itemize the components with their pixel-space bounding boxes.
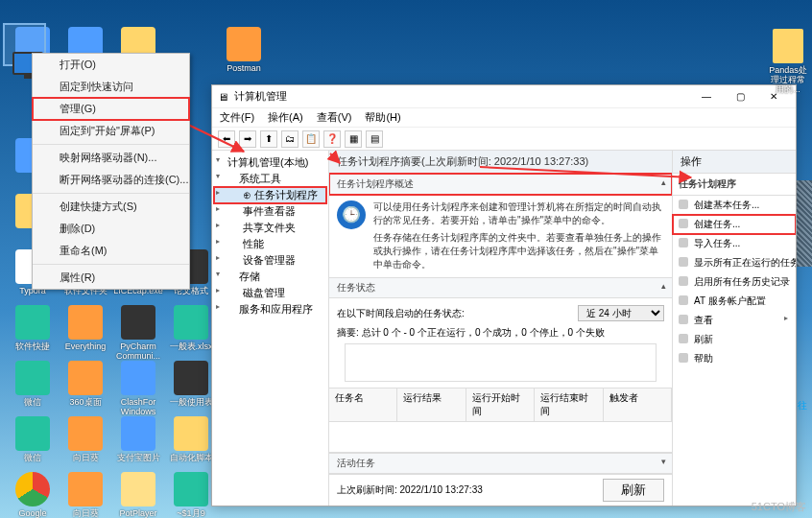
action-item[interactable]: 导入任务... [673, 234, 796, 253]
summary-text: 摘要: 总计 0 个 - 0 个正在运行，0 个成功，0 个停止，0 个失败 [337, 324, 664, 341]
tree-device-manager[interactable]: 设备管理器 [214, 252, 326, 269]
column-header[interactable]: 运行结果 [397, 388, 466, 421]
action-item[interactable]: 刷新 [673, 330, 796, 349]
overview-title: 任务计划程序概述 [337, 178, 414, 189]
menu-item[interactable]: 帮助(H) [365, 110, 400, 125]
desktop-icon[interactable]: 软件快捷 [8, 305, 58, 351]
app-icon [15, 305, 50, 340]
desktop-icon-label: 一般使用表 [170, 397, 213, 407]
task-table-body [329, 422, 672, 453]
column-header[interactable]: 触发者 [604, 388, 672, 421]
desktop-icon[interactable]: 支付宝图片 [113, 416, 163, 462]
context-menu-item[interactable]: 创建快捷方式(S) [33, 196, 189, 218]
desktop-icon-label: Google Chrome [17, 508, 48, 518]
toolbar-button[interactable]: ⬆ [260, 130, 277, 148]
context-menu-item[interactable]: 固定到"开始"屏幕(P) [33, 120, 189, 142]
collapse-icon[interactable]: ▴ [661, 177, 666, 187]
desktop-icon[interactable]: 微信 [8, 416, 58, 462]
app-icon [227, 27, 261, 61]
period-select[interactable]: 近 24 小时 [578, 305, 664, 321]
context-menu-item[interactable]: 重命名(M) [33, 240, 189, 262]
tree-task-scheduler[interactable]: ⊕ 任务计划程序 [214, 187, 326, 203]
tree-services[interactable]: 服务和应用程序 [214, 301, 326, 318]
tree-event-viewer[interactable]: 事件查看器 [214, 203, 326, 220]
column-header[interactable]: 运行结束时间 [535, 388, 603, 421]
folder-icon [773, 29, 803, 63]
action-item[interactable]: 启用所有任务历史记录 [673, 272, 796, 292]
minimize-button[interactable]: — [690, 86, 723, 107]
menu-item[interactable]: 查看(V) [317, 110, 352, 125]
toolbar-button[interactable]: ➡ [239, 130, 256, 148]
desktop-icon[interactable]: 360桌面 [60, 361, 110, 407]
toolbar-button[interactable]: ❓ [323, 130, 341, 148]
action-item[interactable]: 查看▸ [673, 311, 796, 330]
tree-storage[interactable]: 存储 [214, 269, 326, 285]
desktop-icon-label: 向日葵 [73, 508, 99, 518]
action-item[interactable]: AT 服务帐户配置 [673, 292, 796, 311]
app-icon [68, 305, 103, 340]
desktop-icon[interactable]: Everything [60, 305, 110, 351]
desktop-icon[interactable]: 一般使用表 [166, 361, 216, 407]
desktop-icon[interactable]: 一般表.xlsx [166, 305, 216, 351]
context-menu-item[interactable]: 固定到快速访问 [33, 76, 189, 98]
tree-disk-mgmt[interactable]: 磁盘管理 [214, 285, 326, 301]
desktop-icon[interactable]: PyCharm Communi... [113, 305, 163, 361]
context-menu-item[interactable]: 打开(O) [33, 54, 189, 76]
menu-item[interactable]: 操作(A) [268, 110, 303, 125]
desktop-file-pandas[interactable]: Pandas处理过程常用的... [769, 29, 807, 94]
collapse-icon[interactable]: ▴ [661, 281, 666, 291]
desktop-icon[interactable]: ClashFor Windows [113, 361, 163, 416]
context-menu-item[interactable]: 映射网络驱动器(N)... [33, 147, 189, 169]
desktop-icon[interactable]: 自动化脚本 [166, 416, 216, 462]
computer-management-window: 🖥 计算机管理 — ▢ ✕ 文件(F)操作(A)查看(V)帮助(H) ⬅➡⬆🗂📋… [211, 84, 797, 506]
desktop-icon[interactable]: Postman [219, 27, 269, 73]
desktop-icon-label: Postman [227, 63, 261, 73]
tree-pane: 计算机管理(本地) 系统工具 ⊕ 任务计划程序 事件查看器 共享文件夹 性能 设… [212, 151, 329, 506]
titlebar[interactable]: 🖥 计算机管理 — ▢ ✕ [212, 85, 796, 108]
tree-system-tools[interactable]: 系统工具 [214, 171, 326, 187]
tree-shared-folders[interactable]: 共享文件夹 [214, 220, 326, 236]
action-item[interactable]: 显示所有正在运行的任务 [673, 253, 796, 272]
column-header[interactable]: 任务名 [329, 388, 397, 421]
context-menu-item[interactable]: 管理(G) [33, 98, 189, 120]
center-header: 任务计划程序摘要(上次刷新时间: 2022/1/10 13:27:33) [329, 151, 672, 174]
task-table-header: 任务名运行结果运行开始时间运行结束时间触发者 [329, 388, 672, 422]
maximize-button[interactable]: ▢ [724, 86, 756, 107]
toolbar-button[interactable]: ▦ [345, 130, 362, 148]
tree-performance[interactable]: 性能 [214, 236, 326, 252]
desktop-icon-label: ~$1月9日.xlsx [177, 508, 204, 518]
column-header[interactable]: 运行开始时间 [466, 388, 535, 421]
app-icon [15, 472, 50, 506]
side-link[interactable]: 往 [798, 399, 807, 412]
context-menu-item[interactable]: 属性(R) [33, 267, 189, 289]
active-tasks-header[interactable]: 活动任务 ▾ [329, 453, 672, 474]
overview-header[interactable]: 任务计划程序概述 ▴ [329, 174, 672, 195]
desktop-icon[interactable]: PotPlayer 64... [113, 472, 163, 518]
app-icon [68, 361, 103, 395]
desktop-icon[interactable]: 向日葵 [60, 472, 110, 518]
desktop-icon[interactable]: Google Chrome [8, 472, 58, 518]
desktop-icon-label: PyCharm Communi... [116, 341, 160, 361]
toolbar-button[interactable]: ▤ [366, 130, 383, 148]
action-item[interactable]: 创建基本任务... [673, 196, 796, 215]
desktop-icon[interactable]: 向日葵 [60, 416, 110, 462]
task-status-header[interactable]: 任务状态 ▴ [329, 277, 672, 298]
toolbar-button[interactable]: 📋 [302, 130, 320, 148]
desktop-icon[interactable]: 微信 [8, 361, 58, 407]
menu-item[interactable]: 文件(F) [220, 110, 254, 125]
context-menu-item[interactable]: 删除(D) [33, 218, 189, 240]
action-item[interactable]: 创建任务... [673, 215, 796, 234]
tree-root[interactable]: 计算机管理(本地) [214, 154, 326, 171]
desktop-icon[interactable]: ~$1月9日.xlsx [166, 472, 216, 518]
collapse-icon[interactable]: ▾ [661, 457, 666, 466]
toolbar-button[interactable]: 🗂 [281, 130, 299, 148]
action-item[interactable]: 帮助 [673, 349, 796, 368]
desktop-icon-label: 支付宝图片 [117, 453, 160, 462]
toolbar-button[interactable]: ⬅ [218, 130, 235, 148]
desktop-icon-label: 微信 [24, 453, 41, 462]
status-label: 在以下时间段启动的任务状态: [337, 307, 465, 320]
refresh-button[interactable]: 刷新 [603, 479, 664, 502]
menu-bar: 文件(F)操作(A)查看(V)帮助(H) [212, 108, 796, 128]
center-pane: 任务计划程序摘要(上次刷新时间: 2022/1/10 13:27:33) 任务计… [329, 151, 673, 506]
context-menu-item[interactable]: 断开网络驱动器的连接(C)... [33, 169, 189, 191]
